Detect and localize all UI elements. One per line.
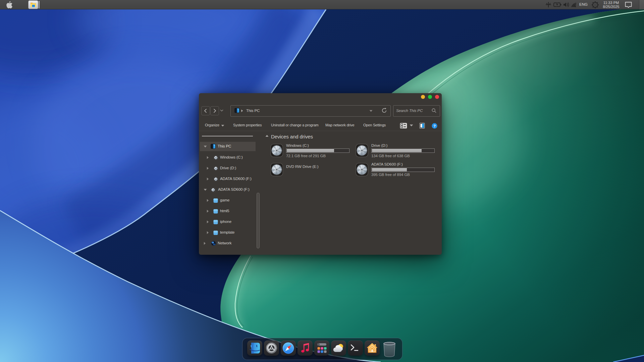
svg-text:?: ? [433,124,436,128]
